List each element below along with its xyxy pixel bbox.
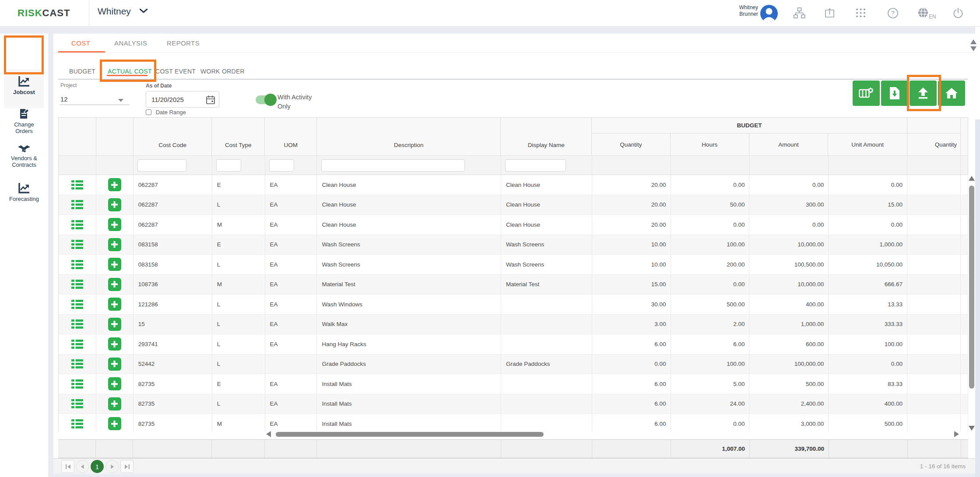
header-description[interactable]: Description [317, 118, 501, 155]
cell-description: Wash Screens [317, 235, 501, 255]
row-details-button[interactable] [71, 340, 83, 349]
grid-vertical-scrollbar[interactable] [968, 174, 975, 433]
add-actual-cost-button[interactable] [108, 278, 121, 291]
cell-cost-type: L [212, 255, 265, 274]
cell-budget-hours: 24.00 [671, 394, 750, 414]
grid-horizontal-scrollbar[interactable] [266, 431, 962, 438]
add-actual-cost-button[interactable] [108, 337, 121, 351]
cell-quantity-2 [907, 215, 961, 235]
header-budget-hours[interactable]: Hours [671, 133, 749, 155]
add-actual-cost-button[interactable] [108, 358, 121, 371]
page-scroll-up-arrow[interactable] [970, 39, 976, 44]
scroll-left-arrow[interactable] [266, 431, 271, 437]
first-page-button[interactable] [61, 460, 74, 473]
add-actual-cost-button[interactable] [108, 298, 121, 311]
project-caret-icon[interactable] [118, 99, 123, 102]
cell-add [96, 334, 133, 354]
header-uom[interactable]: UOM [265, 118, 317, 155]
header-quantity-2[interactable]: Quantity [907, 133, 960, 155]
row-details-button[interactable] [71, 319, 83, 329]
share-export-icon[interactable] [824, 7, 835, 20]
cell-display-name [501, 394, 592, 414]
horizontal-scroll-thumb[interactable] [276, 432, 544, 437]
last-page-button[interactable] [120, 460, 133, 473]
header-budget-unit-amount[interactable]: Unit Amount [828, 133, 907, 155]
tab-analysis[interactable]: ANALYSIS [114, 39, 147, 47]
scroll-down-arrow[interactable] [969, 426, 975, 431]
add-actual-cost-button[interactable] [108, 198, 121, 211]
row-details-button[interactable] [71, 200, 83, 209]
date-range-checkbox[interactable] [146, 109, 151, 115]
language-globe-icon[interactable]: EN [917, 7, 938, 21]
next-page-button[interactable] [105, 460, 119, 473]
row-details-button[interactable] [71, 260, 83, 269]
sidebar-item-change-orders[interactable]: Change Orders [0, 108, 48, 134]
row-details-button[interactable] [71, 359, 83, 368]
header-display-name[interactable]: Display Name [501, 118, 592, 155]
filter-cost-code-input[interactable] [137, 159, 186, 172]
add-actual-cost-button[interactable] [108, 397, 121, 410]
add-actual-cost-button[interactable] [108, 238, 121, 251]
logout-power-icon[interactable] [952, 7, 964, 21]
calendar-icon[interactable] [206, 95, 215, 106]
header-budget-amount[interactable]: Amount [749, 133, 829, 155]
project-select[interactable]: 12 [60, 95, 68, 103]
help-icon[interactable]: ? [887, 7, 899, 21]
filter-description-input[interactable] [321, 159, 465, 172]
page-scroll-down-arrow[interactable] [970, 46, 976, 51]
row-details-button[interactable] [71, 399, 83, 408]
pagination-bar: 1 1 - 16 of 16 items [53, 458, 975, 474]
add-actual-cost-button[interactable] [108, 218, 121, 231]
avatar[interactable] [760, 5, 778, 22]
header-cost-type[interactable]: Cost Type [212, 118, 265, 155]
scroll-up-arrow[interactable] [969, 176, 975, 181]
filter-uom-input[interactable] [269, 159, 294, 172]
filter-cost-type-input[interactable] [216, 159, 241, 172]
row-details-button[interactable] [71, 419, 83, 428]
tab-cost[interactable]: COST [71, 39, 90, 47]
with-activity-toggle[interactable] [256, 95, 275, 104]
cell-budget-quantity: 6.00 [592, 414, 671, 431]
column-settings-button[interactable] [853, 81, 880, 106]
cell-description: Wash Screens [317, 255, 501, 274]
cell-details [59, 295, 96, 314]
cell-uom: EA [265, 374, 317, 394]
page-number-button[interactable]: 1 [91, 460, 104, 473]
row-details-button[interactable] [71, 300, 83, 309]
project-switcher-dropdown[interactable]: Whitney [98, 6, 148, 17]
subtab-actual-cost[interactable]: ACTUAL COST [108, 68, 152, 75]
filter-display-name-input[interactable] [505, 159, 566, 172]
subtab-work-order[interactable]: WORK ORDER [200, 68, 245, 75]
add-actual-cost-button[interactable] [108, 417, 121, 430]
sidebar-item-jobcost[interactable]: Jobcost [0, 76, 48, 95]
home-button[interactable] [938, 81, 965, 106]
as-of-date-input[interactable]: 11/20/2025 [146, 91, 219, 108]
previous-page-button[interactable] [76, 460, 89, 473]
header-budget-quantity[interactable]: Quantity [592, 133, 671, 155]
add-actual-cost-button[interactable] [108, 178, 121, 191]
row-details-button[interactable] [71, 379, 83, 389]
add-actual-cost-button[interactable] [108, 377, 121, 390]
sidebar-item-forecasting[interactable]: Forecasting [0, 182, 48, 202]
change-orders-icon [18, 108, 30, 119]
cell-budget-quantity: 6.00 [592, 374, 671, 394]
subtab-cost-event[interactable]: COST EVENT [155, 68, 196, 75]
tab-reports[interactable]: REPORTS [167, 39, 200, 47]
add-actual-cost-button[interactable] [108, 318, 121, 331]
add-actual-cost-button[interactable] [108, 258, 121, 271]
scroll-right-arrow[interactable] [954, 431, 959, 437]
vertical-scroll-thumb[interactable] [969, 186, 974, 389]
subtab-budget[interactable]: BUDGET [69, 68, 95, 75]
header-cost-code[interactable]: Cost Code [133, 118, 212, 155]
org-chart-icon[interactable] [794, 7, 805, 20]
apps-grid-icon[interactable] [855, 7, 866, 20]
row-details-button[interactable] [71, 220, 83, 229]
row-details-button[interactable] [71, 240, 83, 249]
upload-button[interactable] [910, 81, 937, 106]
sidebar-item-vendors-contracts[interactable]: Vendors & Contracts [0, 144, 48, 168]
export-file-button[interactable] [881, 81, 908, 106]
handshake-icon [18, 144, 31, 153]
row-details-button[interactable] [71, 180, 83, 189]
row-details-button[interactable] [71, 280, 83, 289]
cell-cost-type: L [212, 354, 265, 374]
